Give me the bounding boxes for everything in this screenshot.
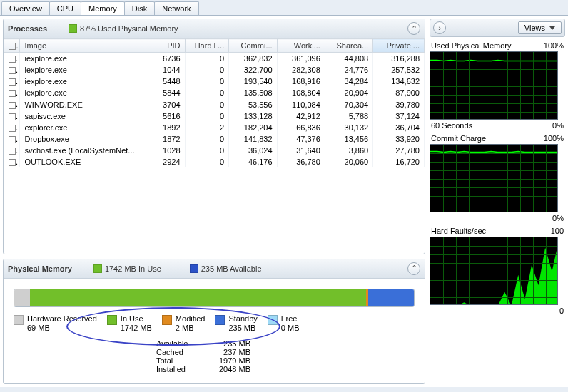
column-header[interactable]: Sharea... [325,39,372,53]
tab-overview[interactable]: Overview [1,1,50,15]
row-checkbox[interactable] [9,102,16,109]
summary-value: 237 MB [208,348,250,356]
cell-commit: 182,204 [229,122,277,133]
summary-label: Available [156,339,199,348]
cell-pid: 5616 [148,110,185,122]
cell-share: 30,132 [325,122,372,133]
cell-image: iexplore.exe [20,64,148,76]
physical-memory-panel: Physical Memory 1742 MB In Use 235 MB Av… [3,259,425,385]
processes-table: ImagePIDHard F...Commi...Worki...Sharea.… [4,38,425,167]
graphs-header: › Views [430,19,565,37]
cell-hard: 0 [185,98,229,110]
table-row[interactable]: svchost.exe (LocalSystemNet...1028036,02… [4,145,425,156]
graph-canvas [430,51,558,120]
cell-commit: 53,556 [229,98,277,110]
column-header[interactable]: Worki... [277,39,325,53]
summary-label: Cached [156,348,199,356]
collapse-processes-button[interactable]: ⌃ [407,22,420,35]
cell-commit: 46,176 [229,156,277,167]
summary-row: Installed2048 MB [156,365,415,373]
legend-label: Standby [228,314,257,324]
views-label: Views [524,24,545,32]
legend-item: Standby235 MB [215,314,257,334]
cell-hard: 0 [185,64,229,76]
table-row[interactable]: sapisvc.exe56160133,12842,9125,78837,124 [4,110,425,122]
cell-working: 110,084 [277,98,325,110]
cell-share: 5,788 [325,110,372,122]
cell-hard: 0 [185,156,229,167]
row-checkbox[interactable] [9,136,16,143]
legend-swatch [268,315,278,325]
table-row[interactable]: OUTLOOK.EXE2924046,17636,78020,06016,720 [4,156,425,167]
cell-pid: 2924 [148,156,185,167]
cell-hard: 0 [185,145,229,156]
column-header[interactable]: Image [20,39,148,53]
row-checkbox[interactable] [9,113,16,120]
cell-hard: 0 [185,110,229,122]
column-header[interactable]: Private ... [373,39,425,53]
summary-value: 1979 MB [208,356,250,365]
legend-swatch [107,315,117,325]
graph-canvas [430,237,558,305]
cell-working: 361,096 [277,53,325,65]
available-swatch [190,264,198,273]
cell-image: Dropbox.exe [20,133,148,145]
summary-value: 235 MB [208,339,250,348]
cell-commit: 36,024 [229,145,277,156]
tab-network[interactable]: Network [154,1,198,15]
cell-image: iexplore.exe [20,87,148,98]
row-checkbox[interactable] [9,159,16,166]
cell-commit: 133,128 [229,110,277,122]
row-checkbox[interactable] [9,78,16,86]
table-row[interactable]: WINWORD.EXE3704053,556110,08470,30439,78… [4,98,425,110]
legend-item: In Use1742 MB [107,314,152,334]
inuse-text: 1742 MB In Use [105,264,161,273]
graph-bottom-right: 0% [552,121,564,130]
select-all-checkbox[interactable] [9,43,16,50]
row-checkbox[interactable] [9,90,16,97]
cell-commit: 322,700 [229,64,277,76]
legend-value: 235 MB [228,324,257,334]
mem-segment [14,289,30,306]
row-checkbox[interactable] [9,125,16,132]
summary-row: Total1979 MB [156,356,415,365]
cell-commit: 141,832 [229,133,277,145]
chevron-down-icon [549,26,555,30]
cell-private: 87,900 [373,87,425,98]
table-row[interactable]: iexplore.exe67360362,832361,09644,808316… [4,53,425,65]
table-row[interactable]: iexplore.exe10440322,700282,30824,776257… [4,64,425,76]
cell-working: 36,780 [277,156,325,167]
cell-pid: 1872 [148,133,185,145]
mem-segment [30,289,365,306]
cell-image: WINWORD.EXE [20,98,148,110]
table-row[interactable]: iexplore.exe58440135,508108,80420,90487,… [4,87,425,98]
views-button[interactable]: Views [518,21,562,34]
available-text: 235 MB Available [201,264,262,273]
row-checkbox[interactable] [9,67,16,74]
legend-item: Hardware Reserved69 MB [14,314,97,334]
table-row[interactable]: iexplore.exe54480193,540168,91634,284134… [4,76,425,87]
expand-graphs-button[interactable]: › [433,21,446,34]
row-checkbox[interactable] [9,148,16,155]
processes-table-scroll[interactable]: ImagePIDHard F...Commi...Worki...Sharea.… [4,38,425,254]
cell-private: 257,532 [373,64,425,76]
cell-pid: 5448 [148,76,185,87]
tab-disk[interactable]: Disk [124,1,155,15]
table-row[interactable]: Dropbox.exe18720141,83247,37613,45633,92… [4,133,425,145]
column-header[interactable]: Commi... [229,39,277,53]
table-row[interactable]: explorer.exe18922182,20466,83630,13236,7… [4,122,425,133]
tab-cpu[interactable]: CPU [49,1,81,15]
column-header[interactable]: PID [148,39,185,53]
row-checkbox[interactable] [9,56,16,63]
cell-private: 316,288 [373,53,425,65]
cell-private: 33,920 [373,133,425,145]
legend-value: 2 MB [176,324,206,334]
cell-pid: 5844 [148,87,185,98]
collapse-phys-button[interactable]: ⌃ [407,262,420,275]
column-header[interactable]: Hard F... [185,39,229,53]
usage-swatch [69,24,77,33]
graph-block: Used Physical Memory100%60 Seconds0% [430,41,565,130]
tab-memory[interactable]: Memory [81,1,125,15]
graph-bottom-right: 0 [559,306,564,315]
legend-value: 69 MB [27,324,97,334]
